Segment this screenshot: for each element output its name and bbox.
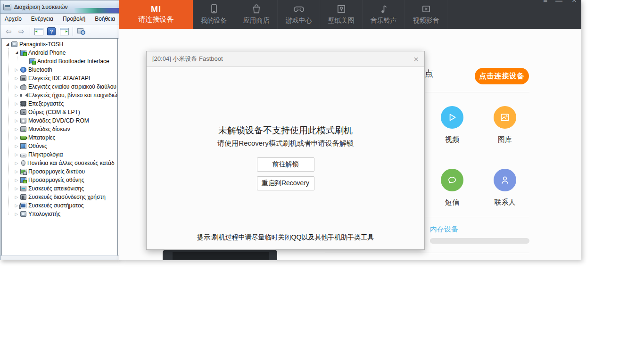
- tree-item[interactable]: Μονάδες DVD/CD-ROM: [2, 116, 117, 125]
- tree-item[interactable]: Bluetooth: [2, 66, 117, 74]
- shortcut-contacts[interactable]: 联系人: [481, 169, 528, 207]
- phone-icon: [209, 4, 219, 14]
- back-arrow-icon: ⇦: [6, 28, 12, 35]
- forward-button[interactable]: ⇨: [16, 26, 27, 37]
- tree-item[interactable]: Οθόνες: [2, 142, 117, 150]
- shortcut-gallery[interactable]: 图库: [481, 106, 528, 144]
- dialog-close-icon[interactable]: ×: [413, 55, 419, 64]
- nav-item-my-device[interactable]: 我的设备: [193, 0, 235, 29]
- contacts-circle[interactable]: [494, 169, 516, 191]
- device-manager-statusbar: [0, 255, 119, 260]
- forward-arrow-icon: ⇨: [18, 28, 25, 35]
- tree-expander[interactable]: [13, 195, 20, 199]
- show-console-tree-button[interactable]: [33, 26, 44, 37]
- tree-item[interactable]: Υπολογιστής: [2, 210, 117, 218]
- tree-item[interactable]: Προσαρμογείς οθόνης: [2, 176, 117, 184]
- scan-hardware-changes-button[interactable]: [76, 26, 87, 37]
- tree-item[interactable]: Panagiotis-TOSH: [2, 40, 117, 49]
- processor-icon: [20, 101, 26, 107]
- menu-help[interactable]: Βοήθεια: [95, 16, 115, 22]
- tree-expander[interactable]: [13, 68, 20, 72]
- device-manager-menubar: Αρχείο Ενέργεια Προβολή Βοήθεια: [0, 14, 119, 25]
- reboot-to-recovery-button[interactable]: 重启到Recovery: [257, 176, 314, 190]
- tree-expander[interactable]: [13, 119, 20, 123]
- minimize-icon[interactable]: [555, 0, 562, 4]
- system-icon: [20, 203, 26, 208]
- tree-item[interactable]: Επεξεργαστές: [2, 99, 117, 108]
- wallpaper-icon: [336, 4, 347, 14]
- nav-item-wallpaper[interactable]: 壁纸美图: [320, 0, 363, 29]
- mi-logo: MI: [151, 5, 161, 14]
- tree-expander[interactable]: [13, 178, 20, 182]
- music-note-icon: [379, 4, 389, 14]
- window-menu-icon[interactable]: [543, 0, 547, 4]
- video-circle[interactable]: [441, 106, 463, 129]
- shortcut-label: 视频: [445, 135, 459, 144]
- tree-expander[interactable]: [13, 212, 20, 216]
- tree-item[interactable]: Ελεγκτές ήχου, βίντεο και παιχνιδιώ: [2, 91, 117, 99]
- tree-item[interactable]: Πληκτρολόγια: [2, 150, 117, 159]
- device-manager-titlebar[interactable]: Διαχείριση Συσκευών: [0, 0, 119, 14]
- tree-expander[interactable]: [13, 170, 20, 174]
- ide-controller-icon: [20, 75, 26, 81]
- tree-expander[interactable]: [13, 93, 20, 98]
- tree-item[interactable]: Ελεγκτές ενιαίου σειριακού διαύλου: [2, 82, 117, 91]
- go-unlock-button[interactable]: 前往解锁: [257, 157, 314, 172]
- menu-view[interactable]: Προβολή: [63, 16, 85, 22]
- shortcut-video[interactable]: 视频: [429, 106, 476, 144]
- action-pane-button[interactable]: [58, 26, 70, 37]
- imaging-icon: [20, 186, 26, 191]
- tree-item[interactable]: Ελεγκτές IDE ATA/ATAPI: [2, 74, 117, 82]
- nav-label: 游戏中心: [286, 16, 312, 25]
- disk-icon: [20, 126, 26, 132]
- gallery-circle[interactable]: [494, 106, 516, 129]
- connect-device-button[interactable]: 点击连接设备: [475, 68, 529, 84]
- image-icon: [500, 112, 510, 123]
- tree-item[interactable]: Android Phone: [2, 49, 117, 57]
- tree-expander[interactable]: [13, 187, 20, 191]
- tree-item[interactable]: Συσκευές απεικόνισης: [2, 184, 117, 193]
- tree-expander[interactable]: [13, 127, 20, 132]
- tree-expander[interactable]: [4, 42, 11, 46]
- shortcut-sms[interactable]: 短信: [429, 169, 476, 207]
- dialog-title: [20:04] 小米设备 Fastboot: [152, 55, 223, 63]
- hid-icon: [20, 194, 26, 200]
- tree-expander[interactable]: [13, 85, 20, 89]
- tree-item[interactable]: Προσαρμογείς δικτύου: [2, 167, 117, 176]
- tree-item[interactable]: Android Bootloader Interface: [2, 57, 117, 66]
- tree-expander[interactable]: [13, 76, 20, 81]
- tab-connect-device[interactable]: MI 请连接设备: [119, 0, 193, 29]
- action-pane-icon: [60, 28, 69, 35]
- tree-expander[interactable]: [13, 110, 20, 115]
- tree-item[interactable]: Συσκευές συστήματος: [2, 201, 117, 210]
- tree-expander[interactable]: [13, 102, 20, 106]
- contact-icon: [500, 175, 510, 185]
- close-icon[interactable]: [572, 0, 577, 4]
- menu-action[interactable]: Ενέργεια: [31, 16, 53, 22]
- nav-item-app-store[interactable]: 应用商店: [235, 0, 278, 29]
- nav-item-video[interactable]: 视频影音: [405, 0, 447, 29]
- tree-expander[interactable]: [13, 51, 20, 55]
- toolbar-separator: [30, 27, 30, 36]
- tree-expander[interactable]: [13, 144, 20, 148]
- tree-item[interactable]: Ποντίκια και άλλες συσκευές κατάδ: [2, 159, 117, 167]
- tree-expander[interactable]: [13, 153, 20, 157]
- nav-label: 应用商店: [243, 16, 270, 25]
- nav-label: 我的设备: [201, 16, 227, 25]
- tree-expander[interactable]: [13, 161, 20, 165]
- tree-expander[interactable]: [13, 136, 20, 140]
- tree-item[interactable]: Θύρες (COM & LPT): [2, 108, 117, 116]
- nav-label: 视频影音: [413, 16, 439, 25]
- tree-item[interactable]: Μπαταρίες: [2, 133, 117, 142]
- nav-item-game-center[interactable]: 游戏中心: [278, 0, 320, 29]
- sms-circle[interactable]: [441, 169, 463, 191]
- menu-file[interactable]: Αρχείο: [5, 16, 22, 22]
- back-button[interactable]: ⇦: [3, 26, 14, 37]
- tree-item[interactable]: Μονάδες δίσκων: [2, 125, 117, 133]
- dialog-titlebar: [20:04] 小米设备 Fastboot ×: [147, 51, 424, 67]
- device-manager-window: Διαχείριση Συσκευών Αρχείο Ενέργεια Προβ…: [0, 0, 119, 260]
- mi-header: MI 请连接设备 我的设备 应用商店 游戏中心: [119, 0, 581, 29]
- nav-item-music[interactable]: 音乐铃声: [363, 0, 405, 29]
- help-button[interactable]: ?: [46, 26, 57, 37]
- tree-item[interactable]: Συσκευές διασύνδεσης χρήστη: [2, 193, 117, 201]
